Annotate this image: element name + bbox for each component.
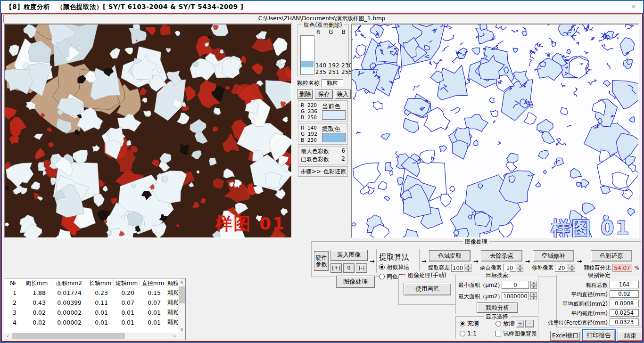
image-process-button[interactable]: 图像处理 — [336, 276, 375, 288]
picked-color-swatch[interactable] — [301, 61, 314, 67]
close-icon[interactable]: ✕ — [630, 2, 636, 11]
table-row[interactable]: 40.020.000020.010.010.01颗粒 — [4, 318, 178, 327]
col-header-diameter[interactable]: 直径mm — [140, 278, 166, 288]
spin-down-button[interactable]: ▼ — [530, 296, 537, 301]
particle-table[interactable]: № 周长mm 面积mm2 长轴mm 短轴mm 直径mm 颗粒名称 11.880.… — [4, 278, 186, 340]
source-image-panel[interactable]: 样图 01 — [4, 24, 292, 238]
scroll-up-icon[interactable]: ∧ — [178, 278, 185, 286]
table-row[interactable]: 20.430.003990.110.070.07颗粒 — [4, 298, 178, 308]
color-pick-title: 取色(双击删除) — [302, 21, 344, 29]
col-header-area[interactable]: 面积mm2 — [51, 278, 87, 288]
spin-up-button[interactable]: ▲ — [569, 264, 575, 268]
col-header-perimeter[interactable]: 周长mm — [22, 278, 51, 288]
spin-up-button[interactable]: ▲ — [530, 281, 537, 285]
cell: 0.02 — [22, 308, 51, 318]
spin-down-button[interactable]: ▼ — [530, 285, 537, 289]
zoom-minus-button[interactable]: [-] — [356, 263, 367, 273]
similar-algo-radio[interactable] — [379, 264, 385, 270]
current-color-group: R 220 G 236 B 250 当前色 — [298, 100, 348, 122]
color-extract-button[interactable]: 色域提取 — [429, 250, 471, 261]
current-color-rgb: R 220 G 236 B 250 — [301, 102, 317, 121]
vscroll-thumb[interactable] — [179, 286, 185, 303]
source-micrograph-image[interactable] — [5, 24, 291, 237]
load-image-button[interactable]: 装入图像 — [330, 250, 368, 261]
rgb-g-label: G — [329, 29, 333, 35]
picked-colors-listbox[interactable] — [300, 35, 314, 75]
grade-group: 级别评定 颗粒总数 164 平均直径(mm) 0.02 平均截面积(mm2) 0… — [556, 275, 642, 327]
processed-image-panel[interactable]: 样图 01 — [351, 24, 639, 238]
flow-arrow-icon: → — [473, 258, 479, 265]
hardware-params-button[interactable]: 硬件 参数 — [314, 251, 329, 271]
spin-up-button[interactable]: ▲ — [517, 264, 523, 268]
remove-noise-button[interactable]: 去除杂点 — [481, 250, 522, 261]
cell: 0.01 — [114, 318, 140, 327]
sample-bg-checkbox[interactable] — [495, 331, 501, 336]
sample-bg-label: 试样图像背景 — [503, 330, 537, 337]
spin-down-button[interactable]: ▼ — [569, 268, 575, 272]
extracted-outline-image[interactable] — [352, 24, 638, 237]
scroll-left-icon[interactable]: ‹ — [4, 333, 11, 340]
feret-diameter-value: 0.0323 — [610, 318, 639, 326]
end-button[interactable]: 结束 — [618, 331, 643, 341]
spin-down-button[interactable]: ▼ — [517, 268, 523, 272]
scale-plus-button[interactable]: + — [516, 320, 524, 327]
min-area-input[interactable]: 0 — [502, 281, 529, 289]
cell: 颗粒 — [166, 288, 178, 298]
zoom-reset-button[interactable]: 0 — [343, 263, 355, 273]
use-brush-button[interactable]: 使用画笔 — [404, 283, 451, 295]
hscroll-thumb[interactable] — [12, 333, 125, 339]
cell: 0.20 — [114, 288, 140, 298]
scroll-down-icon[interactable]: ∨ — [178, 326, 185, 333]
tolerance-input[interactable]: 100 — [451, 264, 464, 272]
save-button[interactable]: 保存 — [315, 90, 333, 99]
spin-down-button[interactable]: ▼ — [465, 268, 471, 272]
max-area-input[interactable]: 1000000 — [502, 292, 529, 300]
extract-color-swatch — [322, 133, 346, 142]
cell: 颗粒 — [166, 318, 178, 327]
zoom-plus-button[interactable]: [+] — [330, 263, 342, 273]
hw-line2: 参数 — [316, 261, 327, 268]
cell: 颗粒 — [166, 298, 178, 308]
grade-title: 级别评定 — [586, 271, 612, 279]
fill-radio[interactable] — [460, 321, 465, 327]
col-header-minor-axis[interactable]: 短轴mm — [114, 278, 140, 288]
window-title: 【8】粒度分析 （颜色提取法）[ SY/T 6103-2004 & SY/T 5… — [6, 3, 243, 11]
particle-name-input[interactable]: 颗粒 — [322, 79, 343, 87]
noise-pixels-input[interactable]: 10 — [503, 264, 516, 272]
table-vscrollbar[interactable]: ∧ ∨ — [178, 278, 185, 333]
col-header-no[interactable]: № — [4, 278, 22, 288]
color-buttons-row: 删除 保存 装入 — [297, 90, 351, 99]
avg-diameter-value: 0.02 — [610, 290, 639, 298]
picked-color-swatch[interactable] — [301, 68, 314, 74]
cell: 0.01 — [140, 308, 166, 318]
delete-button[interactable]: 删除 — [297, 90, 313, 99]
spatial-repair-button[interactable]: 空域修补 — [533, 250, 574, 261]
cell: 4 — [4, 318, 22, 327]
rgb-b-label: B — [342, 29, 346, 35]
color-restore-button[interactable]: 色彩还原 — [591, 250, 632, 261]
scale-radio[interactable] — [495, 321, 501, 327]
spin-up-button[interactable]: ▲ — [465, 264, 471, 268]
excel-export-button[interactable]: Excel接口 — [550, 331, 580, 341]
table-row[interactable]: 11.880.017740.230.200.15颗粒 — [4, 288, 178, 298]
particle-analyze-button[interactable]: 颗粒分析 — [477, 302, 518, 313]
col-header-major-axis[interactable]: 长轴mm — [87, 278, 114, 288]
scale-minus-button[interactable]: − — [525, 320, 534, 327]
col-header-name[interactable]: 颗粒名称 — [166, 278, 178, 288]
manual-process-group: 图像处理(手动) 使用画笔 — [398, 275, 456, 305]
load-button[interactable]: 装入 — [335, 90, 351, 99]
percent-sign: % — [635, 265, 639, 271]
print-report-button[interactable]: 打印报告 — [582, 329, 616, 342]
cell: 0.02 — [22, 318, 51, 327]
one-to-one-radio[interactable] — [460, 331, 465, 336]
spin-up-button[interactable]: ▲ — [530, 292, 537, 296]
cell: 3 — [4, 308, 22, 318]
particle-name-label: 颗粒名称 — [297, 79, 320, 87]
repair-pixels-input[interactable]: 20 — [555, 264, 568, 272]
table-hscrollbar[interactable]: ‹ › — [4, 333, 178, 340]
scroll-right-icon[interactable]: › — [171, 333, 178, 340]
samecolor-algo-radio[interactable] — [379, 274, 385, 279]
table-row[interactable]: 30.020.000020.010.010.01颗粒 — [4, 308, 178, 318]
particle-name-row: 颗粒名称 颗粒 — [297, 79, 343, 87]
table-header-row: № 周长mm 面积mm2 长轴mm 短轴mm 直径mm 颗粒名称 — [4, 278, 178, 288]
